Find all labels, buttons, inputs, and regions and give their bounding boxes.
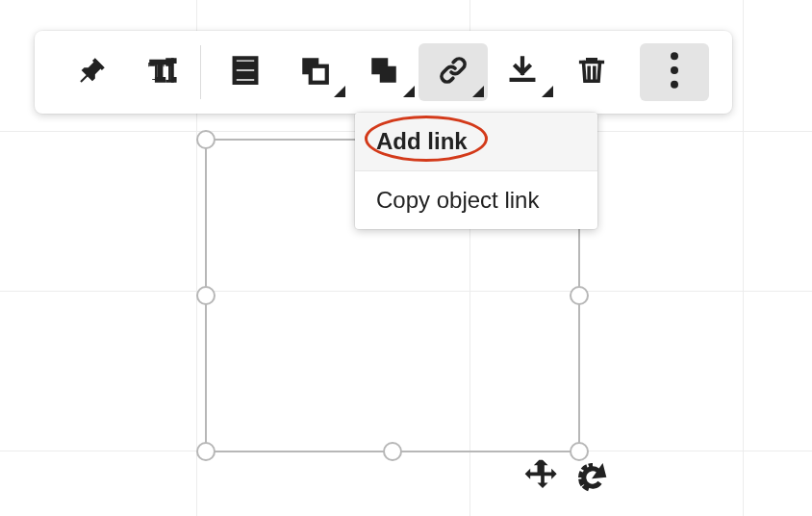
svg-rect-7 [380, 66, 396, 83]
text-style-button[interactable]: T [127, 43, 196, 101]
menu-add-link[interactable]: Add link [355, 113, 597, 170]
copy-style-icon [368, 54, 400, 90]
resize-handle-tl[interactable] [196, 130, 216, 149]
svg-point-10 [671, 81, 678, 89]
menu-item-label: Copy object link [376, 187, 539, 213]
dropdown-indicator [472, 86, 484, 97]
align-icon [229, 54, 262, 90]
resize-handle-mr[interactable] [570, 286, 589, 305]
dropdown-indicator [403, 86, 415, 97]
svg-text:T: T [148, 56, 165, 86]
trash-icon [575, 54, 608, 90]
menu-item-label: Add link [376, 128, 468, 154]
pin-button[interactable] [58, 43, 127, 101]
delete-button[interactable] [557, 43, 626, 101]
pin-icon [76, 54, 109, 90]
toolbar-separator [200, 45, 201, 99]
svg-rect-5 [311, 66, 327, 83]
arrange-icon [298, 54, 331, 90]
dropdown-indicator [334, 86, 345, 97]
more-button[interactable] [640, 43, 709, 101]
move-icon[interactable] [521, 456, 564, 503]
download-icon [506, 54, 539, 90]
copy-style-button[interactable] [349, 43, 419, 101]
menu-copy-object-link[interactable]: Copy object link [355, 171, 597, 229]
resize-handle-ml[interactable] [196, 286, 216, 305]
resize-handle-mb[interactable] [383, 442, 402, 461]
link-icon [437, 54, 469, 90]
resize-handle-bl[interactable] [196, 442, 216, 461]
dropdown-indicator [542, 86, 553, 97]
link-button[interactable] [419, 43, 488, 101]
svg-point-9 [671, 66, 678, 74]
align-button[interactable] [211, 43, 280, 101]
context-toolbar: T [35, 31, 732, 114]
text-style-icon: T [145, 54, 178, 90]
link-menu: Add link Copy object link [355, 113, 597, 229]
rotate-icon[interactable] [573, 458, 612, 501]
more-icon [671, 51, 678, 93]
download-button[interactable] [488, 43, 557, 101]
arrange-button[interactable] [280, 43, 349, 101]
svg-point-8 [671, 52, 678, 60]
